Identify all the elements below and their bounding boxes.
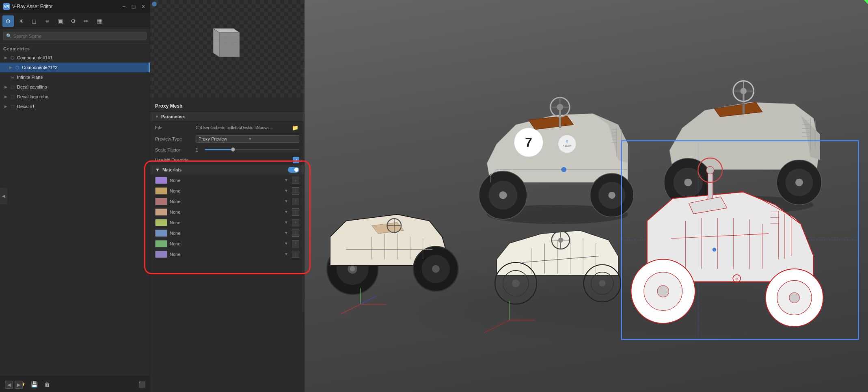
svg-point-97: [789, 292, 799, 303]
materials-toggle[interactable]: [288, 167, 299, 173]
tree-arrow-decal1: ▶: [3, 85, 8, 89]
mat-menu-2[interactable]: ⋮: [292, 198, 299, 205]
mat-menu-0[interactable]: ⋮: [292, 177, 299, 184]
tree-item-comp2[interactable]: ▶ ⬡ Componente#1#2: [0, 63, 150, 72]
preview-type-row: Preview Type Proxy Preview ▼: [150, 134, 304, 145]
preview-type-dropdown[interactable]: Proxy Preview ▼: [196, 135, 299, 143]
mat-swatch-1[interactable]: [155, 187, 167, 195]
scale-factor-row: Scale Factor 1: [150, 145, 304, 155]
geometries-header: Geometries: [0, 45, 150, 53]
toolbar-object-btn[interactable]: ◻: [28, 15, 40, 27]
mat-dropdown-3[interactable]: ▼: [283, 209, 289, 215]
tree-arrow-comp2: ▶: [8, 65, 13, 69]
toolbar-brush-btn[interactable]: ✏: [80, 15, 92, 27]
tree-item-decal2[interactable]: ▶ ⬚ Decal logo robo: [0, 92, 150, 102]
mat-dropdown-5[interactable]: ▼: [283, 230, 289, 236]
mat-dropdown-2[interactable]: ▼: [283, 198, 289, 205]
tree-arrow-comp1: ▶: [3, 56, 8, 60]
mat-swatch-3[interactable]: [155, 208, 167, 216]
mat-swatch-4[interactable]: [155, 219, 167, 226]
mat-dropdown-1[interactable]: ▼: [283, 188, 289, 194]
tree-label-plane: Infinite Plane: [17, 75, 147, 80]
mat-dropdown-4[interactable]: ▼: [283, 219, 289, 226]
filter-button[interactable]: ⬛: [137, 379, 147, 389]
toolbar-scene-btn[interactable]: ⊙: [2, 15, 14, 27]
svg-point-91: [706, 167, 714, 174]
parameters-label: Parameters: [161, 114, 186, 119]
save-button[interactable]: 💾: [29, 379, 39, 389]
material-row-0: None ▼ ⋮: [150, 175, 304, 186]
minimize-button[interactable]: −: [121, 3, 127, 10]
search-icon: 🔍: [6, 33, 12, 39]
mat-swatch-7[interactable]: [155, 251, 167, 258]
file-folder-button[interactable]: 📁: [291, 123, 299, 132]
mat-menu-1[interactable]: ⋮: [292, 187, 299, 195]
decal-icon-1: ⬚: [10, 84, 15, 90]
mat-swatch-6[interactable]: [155, 240, 167, 247]
material-row-6: None ▼ ⋮: [150, 238, 304, 249]
use-mtl-override-row: Use Mtl Override ✓: [150, 155, 304, 165]
use-mtl-override-checkbox[interactable]: ✓: [293, 157, 299, 163]
scene-svg: 7 @ 4·113m²: [304, 0, 868, 392]
search-input[interactable]: [13, 34, 144, 39]
mat-name-3: None: [170, 210, 281, 214]
svg-text:7: 7: [525, 135, 532, 149]
svg-point-85: [558, 238, 564, 243]
toolbar-render-icon-btn[interactable]: ▣: [54, 15, 66, 27]
use-mtl-override-label: Use Mtl Override: [155, 158, 290, 162]
cube-icon-comp2: ⬡: [15, 65, 20, 70]
toolbar-layers-btn[interactable]: ≡: [41, 15, 53, 27]
preview-cube: [201, 24, 254, 73]
svg-marker-0: [219, 32, 240, 57]
svg-point-65: [684, 179, 692, 186]
svg-point-33: [558, 135, 576, 153]
mat-name-5: None: [170, 231, 281, 236]
mat-name-6: None: [170, 241, 281, 246]
tree-item-decal3[interactable]: ▶ ⬚ Decal n1: [0, 102, 150, 111]
tree-item-plane[interactable]: ▶ ∞ Infinite Plane: [0, 72, 150, 82]
tree-label-decal2: Decal logo robo: [17, 94, 147, 99]
mat-menu-6[interactable]: ⋮: [292, 240, 299, 247]
parameters-collapse[interactable]: ▼ Parameters: [150, 112, 304, 122]
scale-slider-handle: [231, 147, 235, 152]
scale-slider[interactable]: [205, 149, 299, 150]
toolbar-light-btn[interactable]: ☀: [15, 15, 27, 27]
mat-name-0: None: [170, 178, 281, 183]
toolbar-render2-btn[interactable]: ▦: [93, 15, 105, 27]
tree-label-decal3: Decal n1: [17, 104, 147, 109]
scale-factor-value: 1: [196, 147, 202, 152]
mat-swatch-5[interactable]: [155, 230, 167, 237]
mat-dropdown-0[interactable]: ▼: [283, 177, 289, 184]
mat-menu-3[interactable]: ⋮: [292, 208, 299, 216]
delete-button[interactable]: 🗑: [42, 379, 52, 389]
materials-header: ▼ Materials: [150, 165, 304, 175]
mat-menu-4[interactable]: ⋮: [292, 219, 299, 226]
mat-swatch-0[interactable]: [155, 177, 167, 184]
mat-name-4: None: [170, 220, 281, 225]
viewport-panel[interactable]: 7 @ 4·113m²: [304, 0, 868, 392]
file-value: C:\Users\roberto.bolletta\Desktop\Nuova …: [196, 126, 291, 130]
app-title: V-Ray Asset Editor: [12, 4, 53, 9]
preview-area: [150, 0, 304, 97]
mat-menu-7[interactable]: ⋮: [292, 251, 299, 258]
mat-dropdown-7[interactable]: ▼: [283, 251, 289, 258]
title-bar-controls: − □ ×: [121, 3, 147, 10]
collapse-panel-button[interactable]: ◀: [0, 188, 7, 204]
mat-swatch-2[interactable]: [155, 198, 167, 205]
svg-rect-89: [708, 173, 713, 200]
mat-menu-5[interactable]: ⋮: [292, 230, 299, 237]
top-indicator: [152, 2, 157, 6]
scale-factor-label: Scale Factor: [155, 147, 196, 152]
toolbar-settings-btn[interactable]: ⚙: [67, 15, 79, 27]
mat-name-1: None: [170, 188, 281, 193]
mat-dropdown-6[interactable]: ▼: [283, 240, 289, 247]
tree-item-comp1[interactable]: ▶ ⬡ Componente#1#1: [0, 53, 150, 63]
mat-name-7: None: [170, 252, 281, 257]
maximize-button[interactable]: □: [130, 3, 137, 10]
material-row-1: None ▼ ⋮: [150, 186, 304, 196]
dropdown-arrow: ▼: [248, 137, 297, 141]
svg-text:@: @: [566, 140, 568, 143]
close-button[interactable]: ×: [140, 3, 147, 10]
tree-item-decal1[interactable]: ▶ ⬚ Decal cavallino: [0, 82, 150, 92]
svg-point-74: [599, 280, 606, 287]
